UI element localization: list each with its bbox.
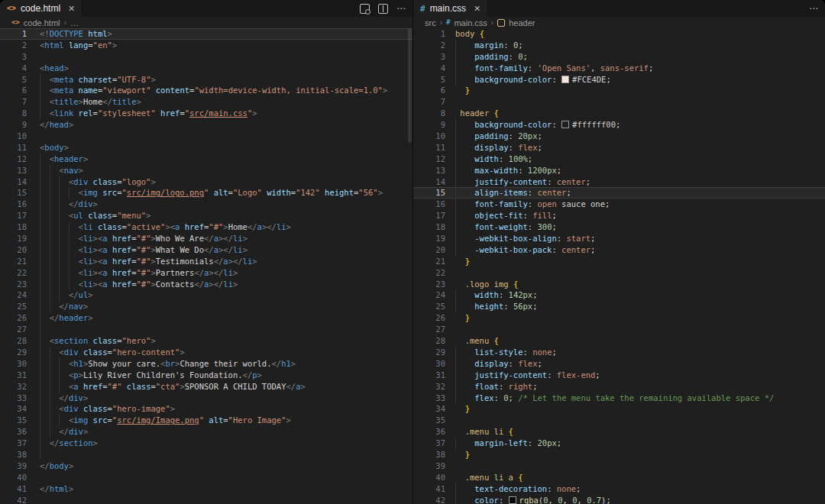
- close-tab-icon[interactable]: ✕: [474, 5, 480, 13]
- code-line[interactable]: 16 font-family: open sauce one;: [413, 199, 825, 210]
- code-line[interactable]: 17 object-fit: fill;: [413, 210, 825, 221]
- split-editor-icon[interactable]: [378, 4, 388, 14]
- code-line[interactable]: 35 <img src="src/img/Image.png" alt="Her…: [0, 415, 412, 426]
- code-line[interactable]: 14 justify-content: center;: [413, 176, 825, 188]
- code-line[interactable]: 31 justify-content: flex-end;: [413, 370, 825, 381]
- code-line[interactable]: 30 display: flex;: [413, 358, 825, 370]
- code-line[interactable]: 9 background-color: #ffffff00;: [413, 119, 825, 131]
- more-actions-icon[interactable]: ⋯: [809, 4, 819, 13]
- code-line[interactable]: 38: [0, 449, 412, 460]
- code-line[interactable]: 3: [0, 51, 412, 63]
- code-line[interactable]: 10: [0, 131, 412, 142]
- breadcrumb-file[interactable]: code.html: [24, 18, 60, 27]
- code-line[interactable]: 7: [413, 96, 825, 108]
- code-line[interactable]: 34 <div class="hero-image">: [0, 403, 412, 415]
- code-line[interactable]: 8 header {: [413, 108, 825, 119]
- code-line[interactable]: 11 display: flex;: [413, 142, 825, 153]
- code-line[interactable]: 39: [413, 460, 825, 472]
- code-line[interactable]: 5 <meta charset="UTF-8">: [0, 74, 412, 86]
- color-swatch[interactable]: [509, 496, 516, 504]
- breadcrumb-symbol[interactable]: header: [509, 18, 535, 27]
- code-line[interactable]: 40: [0, 472, 412, 483]
- code-line[interactable]: 7 <title>Home</title>: [0, 96, 412, 108]
- code-line[interactable]: 26 }: [413, 312, 825, 324]
- breadcrumb-symbol[interactable]: …: [70, 18, 79, 27]
- code-line[interactable]: 33 flex: 0; /* Let the menu take the rem…: [413, 393, 825, 404]
- tab-code-html[interactable]: <> code.html ✕: [0, 0, 82, 17]
- code-line[interactable]: 30 <h1>Show your care.<br>Change their w…: [0, 358, 412, 370]
- code-line[interactable]: 22: [413, 267, 825, 279]
- code-line[interactable]: 14 <div class="logo">: [0, 176, 412, 188]
- code-line[interactable]: 29 list-style: none;: [413, 347, 825, 358]
- code-editor-html[interactable]: 1<!DOCTYPE html>2<html lang="en">34<head…: [0, 28, 412, 504]
- more-actions-icon[interactable]: ⋯: [396, 4, 406, 13]
- code-line[interactable]: 13 <nav>: [0, 165, 412, 176]
- code-line[interactable]: 15 <img src="src/img/logo.png" alt="Logo…: [0, 187, 412, 199]
- code-line[interactable]: 25 height: 56px;: [413, 301, 825, 312]
- code-line[interactable]: 3 padding: 0;: [413, 51, 825, 63]
- code-line[interactable]: 21 <li><a href="#">Testimonials</a></li>: [0, 256, 412, 267]
- code-line[interactable]: 21 }: [413, 256, 825, 267]
- code-line[interactable]: 42: [0, 495, 412, 504]
- color-swatch[interactable]: [561, 76, 569, 83]
- code-line[interactable]: 16 </div>: [0, 199, 412, 210]
- code-line[interactable]: 24 width: 142px;: [413, 289, 825, 301]
- code-line[interactable]: 38 }: [413, 449, 825, 460]
- code-line[interactable]: 34 }: [413, 403, 825, 415]
- code-line[interactable]: 8 <link rel="stylesheet" href="src/main.…: [0, 108, 412, 119]
- code-line[interactable]: 1<!DOCTYPE html>: [0, 28, 412, 40]
- code-line[interactable]: 27: [0, 324, 412, 335]
- code-line[interactable]: 2<html lang="en">: [0, 40, 412, 51]
- code-line[interactable]: 35: [413, 415, 825, 426]
- code-line[interactable]: 9</head>: [0, 119, 412, 131]
- code-line[interactable]: 29 <div class="hero-content">: [0, 347, 412, 358]
- code-line[interactable]: 23 .logo img {: [413, 279, 825, 290]
- code-line[interactable]: 32 float: right;: [413, 381, 825, 393]
- editor-group-divider[interactable]: [412, 0, 413, 504]
- code-line[interactable]: 19 -webkit-box-align: start;: [413, 233, 825, 244]
- code-line[interactable]: 37 margin-left: 20px;: [413, 438, 825, 449]
- tab-main-css[interactable]: # main.css ✕: [413, 0, 488, 17]
- code-line[interactable]: 28 .menu {: [413, 335, 825, 347]
- code-line[interactable]: 2 margin: 0;: [413, 40, 825, 51]
- code-line[interactable]: 6 <meta name="viewport" content="width=d…: [0, 85, 412, 96]
- code-line[interactable]: 31 <p>Lily River Children's Foundation.<…: [0, 370, 412, 381]
- code-line[interactable]: 18 <li class="active"><a href="#">Home</…: [0, 221, 412, 233]
- code-line[interactable]: 17 <ul class="menu">: [0, 210, 412, 221]
- code-line[interactable]: 39</body>: [0, 460, 412, 472]
- code-line[interactable]: 25 </nav>: [0, 301, 412, 312]
- code-line[interactable]: 10 padding: 20px;: [413, 131, 825, 142]
- code-line[interactable]: 26 </header>: [0, 312, 412, 324]
- code-line[interactable]: 36 </div>: [0, 426, 412, 438]
- code-line[interactable]: 32 <a href="#" class="cta">SPONSOR A CHI…: [0, 381, 412, 393]
- code-line[interactable]: 6 }: [413, 85, 825, 96]
- code-line[interactable]: 20 -webkit-box-pack: center;: [413, 244, 825, 256]
- code-line[interactable]: 41</html>: [0, 483, 412, 495]
- code-line[interactable]: 36 .menu li {: [413, 426, 825, 438]
- code-line[interactable]: 24 </ul>: [0, 289, 412, 301]
- code-line[interactable]: 33 </div>: [0, 393, 412, 404]
- code-line[interactable]: 42 color: rgba(0, 0, 0, 0.7);: [413, 495, 825, 504]
- code-line[interactable]: 12 width: 100%;: [413, 153, 825, 165]
- code-line[interactable]: 37 </section>: [0, 438, 412, 449]
- code-line[interactable]: 23 <li><a href="#">Contacts</a></li>: [0, 279, 412, 290]
- code-line[interactable]: 19 <li><a href="#">Who We Are</a></li>: [0, 233, 412, 244]
- code-line[interactable]: 28 <section class="hero">: [0, 335, 412, 347]
- breadcrumb-file[interactable]: main.css: [454, 18, 487, 27]
- code-line[interactable]: 41 text-decoration: none;: [413, 483, 825, 495]
- code-line[interactable]: 4<head>: [0, 63, 412, 74]
- color-swatch[interactable]: [561, 121, 569, 128]
- breadcrumb-folder[interactable]: src: [425, 18, 436, 27]
- close-tab-icon[interactable]: ✕: [68, 5, 75, 13]
- code-line[interactable]: 40 .menu li a {: [413, 472, 825, 483]
- code-line[interactable]: 13 max-width: 1200px;: [413, 165, 825, 176]
- code-line[interactable]: 18 font-weight: 300;: [413, 221, 825, 233]
- open-preview-icon[interactable]: [360, 4, 370, 14]
- code-line[interactable]: 4 font-family: 'Open Sans', sans-serif;: [413, 63, 825, 74]
- code-line[interactable]: 11<body>: [0, 142, 412, 153]
- code-line[interactable]: 1body {: [413, 28, 825, 40]
- code-editor-css[interactable]: 1body {2 margin: 0;3 padding: 0;4 font-f…: [413, 28, 825, 504]
- code-line[interactable]: 20 <li><a href="#">What We Do</a></li>: [0, 244, 412, 256]
- code-line[interactable]: 5 background-color: #FCE4DE;: [413, 74, 825, 86]
- scrollbar[interactable]: [408, 28, 412, 143]
